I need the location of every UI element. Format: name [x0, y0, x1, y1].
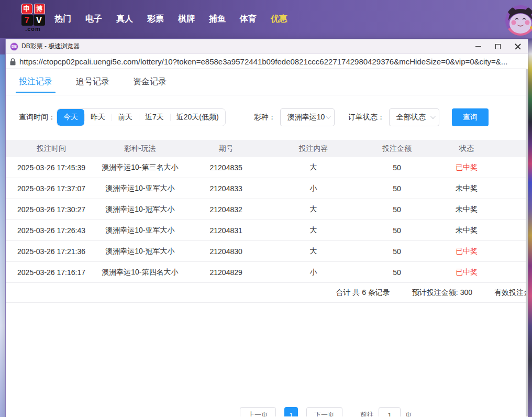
cell-game-play: 澳洲幸运10-冠军大小	[97, 247, 183, 256]
cell-content: 小	[269, 268, 358, 277]
time-range-option[interactable]: 前天	[112, 109, 139, 126]
next-page-button[interactable]: 下一页	[306, 407, 342, 416]
site-logo[interactable]: 申 博 7 V .com	[20, 4, 46, 32]
table-row: 2025-03-26 17:45:39 澳洲幸运10-第三名大小 2120483…	[6, 157, 528, 178]
pagination: 上一页 1 下一页 前往 页	[240, 407, 412, 416]
top-menu-item[interactable]: 彩票	[147, 14, 164, 25]
cell-status: 已中奖	[436, 163, 497, 172]
table-row: 2025-03-26 17:37:07 澳洲幸运10-亚军大小 21204833…	[6, 178, 528, 199]
top-menu-item[interactable]: 电子	[85, 14, 102, 25]
cell-bet-time: 2025-03-26 17:16:17	[6, 268, 97, 277]
table-body: 2025-03-26 17:45:39 澳洲幸运10-第三名大小 2120483…	[6, 157, 528, 283]
close-button[interactable]	[508, 39, 528, 53]
top-menu: 热门 电子 真人 彩票 棋牌 捕鱼 体育 优惠	[54, 0, 287, 38]
summary-total: 合计 共 6 条记录	[336, 288, 390, 298]
cell-issue: 21204829	[183, 268, 269, 277]
cell-content: 大	[269, 205, 358, 214]
cell-bet-time: 2025-03-26 17:26:43	[6, 226, 97, 235]
url-text: https://ctopcp02pcali.uengi5e.com/lotter…	[19, 57, 507, 66]
cell-amount: 50	[358, 184, 436, 193]
col-header-amount: 投注金额	[358, 144, 436, 153]
cell-status: 未中奖	[436, 184, 497, 193]
table-row: 2025-03-26 17:21:36 澳洲幸运10-冠军大小 21204830…	[6, 241, 528, 262]
cell-amount: 50	[358, 268, 436, 277]
time-range-option[interactable]: 今天	[57, 109, 84, 126]
record-tab[interactable]: 追号记录	[76, 69, 109, 95]
cell-amount: 50	[358, 226, 436, 235]
window-controls	[468, 39, 528, 53]
time-range-option[interactable]: 昨天	[84, 109, 112, 126]
top-menu-item[interactable]: 体育	[240, 14, 257, 25]
cell-content: 小	[269, 184, 358, 193]
col-header-status: 状态	[436, 144, 497, 153]
record-tab[interactable]: 资金记录	[133, 69, 167, 95]
search-button[interactable]: 查询	[452, 108, 489, 126]
page-scrollbar[interactable]	[526, 69, 528, 416]
table-row: 2025-03-26 17:30:27 澳洲幸运10-冠军大小 21204832…	[6, 199, 528, 220]
cell-game-play: 澳洲幸运10-亚军大小	[97, 226, 183, 235]
goto-label: 前往	[360, 410, 374, 416]
record-tabs: 投注记录 追号记录 资金记录	[6, 69, 528, 95]
logo-com-text: .com	[20, 26, 46, 32]
user-avatar[interactable]	[505, 5, 532, 36]
cell-amount: 50	[358, 247, 436, 256]
cell-amount: 50	[358, 163, 436, 172]
goto-page-input[interactable]	[379, 407, 401, 416]
cell-status: 未中奖	[436, 205, 497, 214]
record-tab[interactable]: 投注记录	[19, 69, 52, 95]
top-menu-item[interactable]: 棋牌	[178, 14, 195, 25]
goto-page-group: 前往 页	[360, 407, 412, 416]
time-range-option[interactable]: 近7天	[139, 109, 170, 126]
close-icon	[515, 43, 521, 50]
page-content: 投注记录 追号记录 资金记录 查询时间： 今天 昨天 前天 近7天 近20天(低…	[6, 69, 528, 416]
time-range-option[interactable]: 近20天(低频)	[170, 109, 225, 126]
address-bar[interactable]: https://ctopcp02pcali.uengi5e.com/lotter…	[6, 53, 528, 69]
cell-content: 大	[269, 163, 358, 172]
goto-page-suffix: 页	[405, 410, 412, 416]
order-status-select[interactable]: 全部状态	[389, 108, 439, 126]
lock-icon	[10, 58, 16, 65]
cell-bet-time: 2025-03-26 17:37:07	[6, 184, 97, 193]
col-header-bet-time: 投注时间	[6, 144, 97, 153]
col-header-content: 投注内容	[269, 144, 358, 153]
maximize-button[interactable]	[488, 39, 508, 53]
current-page-button[interactable]: 1	[284, 407, 298, 416]
lottery-select[interactable]: 澳洲幸运10	[280, 108, 335, 126]
top-menu-item[interactable]: 热门	[54, 14, 71, 25]
table-header-row: 投注时间 彩种-玩法 期号 投注内容 投注金额 状态	[6, 140, 528, 157]
chevron-down-icon	[430, 114, 436, 119]
top-menu-item[interactable]: 真人	[116, 14, 133, 25]
cell-content: 大	[269, 226, 358, 235]
minimize-button[interactable]	[468, 39, 488, 53]
cell-bet-time: 2025-03-26 17:30:27	[6, 205, 97, 214]
window-titlebar: DB DB彩票 - 极速浏览器	[6, 39, 528, 53]
logo-mid-row: 7 V	[20, 15, 46, 26]
bet-records-table: 投注时间 彩种-玩法 期号 投注内容 投注金额 状态 2025-03-26 17…	[6, 140, 528, 283]
cell-game-play: 澳洲幸运10-冠军大小	[97, 205, 183, 214]
cell-game-play: 澳洲幸运10-第四名大小	[97, 268, 183, 277]
top-menu-item[interactable]: 优惠	[271, 14, 287, 25]
browser-window: DB DB彩票 - 极速浏览器 https://ctopcp02pcali.ue…	[5, 39, 528, 417]
background-right-strip	[528, 39, 532, 417]
top-menu-item[interactable]: 捕鱼	[209, 14, 226, 25]
cell-bet-time: 2025-03-26 17:45:39	[6, 163, 97, 172]
lottery-select-value: 澳洲幸运10	[287, 113, 325, 122]
logo-char-7: 7	[21, 15, 33, 26]
cell-status: 未中奖	[436, 226, 497, 235]
cell-amount: 50	[358, 205, 436, 214]
logo-char-v: V	[34, 15, 45, 26]
summary-expected: 预计投注金额: 300	[412, 288, 472, 298]
col-header-game-play: 彩种-玩法	[97, 144, 183, 153]
prev-page-button[interactable]: 上一页	[240, 407, 276, 416]
cell-status: 已中奖	[436, 247, 497, 256]
order-status-label: 订单状态：	[348, 113, 385, 122]
summary-row: 合计 共 6 条记录 预计投注金额: 300 有效投注金额	[6, 283, 528, 303]
cell-status: 已中奖	[436, 268, 497, 277]
cell-content: 大	[269, 247, 358, 256]
filter-bar: 查询时间： 今天 昨天 前天 近7天 近20天(低频) 彩种： 澳洲幸运10	[6, 108, 528, 126]
table-row: 2025-03-26 17:26:43 澳洲幸运10-亚军大小 21204831…	[6, 220, 528, 241]
app-icon: DB	[10, 42, 18, 51]
cell-issue: 21204835	[183, 163, 269, 172]
logo-char-shen: 申	[21, 4, 32, 14]
order-status-value: 全部状态	[396, 113, 426, 122]
